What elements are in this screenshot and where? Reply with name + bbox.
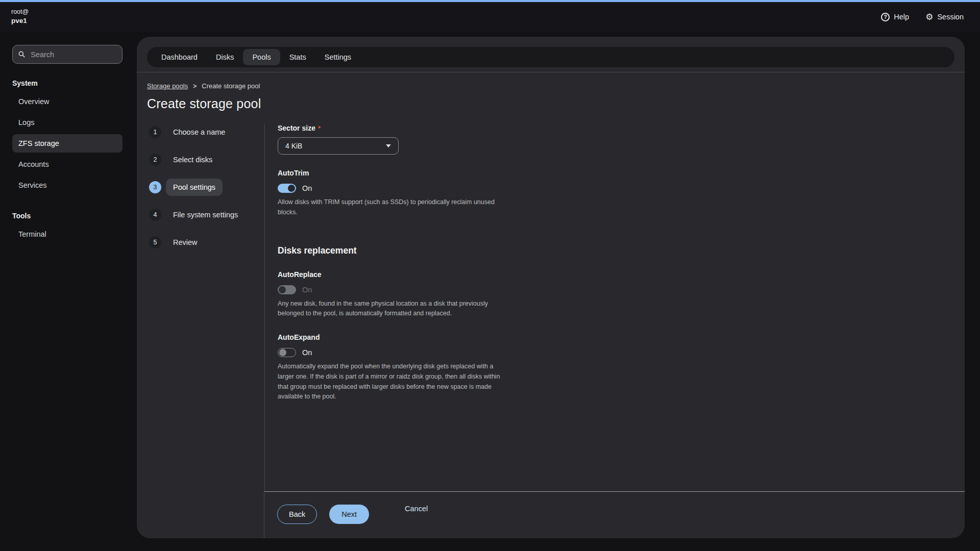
disks-replacement-heading: Disks replacement bbox=[278, 245, 965, 256]
help-label: Help bbox=[894, 13, 909, 21]
search-box[interactable] bbox=[12, 45, 122, 64]
autotrim-description: Allow disks with TRIM support (such as S… bbox=[278, 197, 510, 218]
breadcrumb-current: Create storage pool bbox=[202, 82, 260, 90]
sidebar-item-terminal[interactable]: Terminal bbox=[12, 225, 122, 243]
autotrim-state-label: On bbox=[302, 184, 312, 192]
session-menu[interactable]: ⚙ Session bbox=[925, 13, 964, 21]
autoreplace-state-label: On bbox=[302, 286, 312, 294]
tab-stats[interactable]: Stats bbox=[280, 49, 315, 65]
step-number-badge: 4 bbox=[149, 209, 161, 221]
step-label: Choose a name bbox=[166, 123, 232, 141]
sector-size-label: Sector size bbox=[278, 124, 315, 132]
search-icon bbox=[18, 51, 25, 58]
topbar: root@ pve1 ? Help ⚙ Session bbox=[0, 2, 980, 32]
breadcrumb-link-storage-pools[interactable]: Storage pools bbox=[147, 82, 188, 90]
wizard-content: 1 Choose a name 2 Select disks 3 Pool se… bbox=[137, 123, 965, 491]
footer-spacer bbox=[137, 491, 264, 538]
autoreplace-group: AutoReplace On Any new disk, found in th… bbox=[278, 270, 965, 319]
circle-question-icon: ? bbox=[881, 13, 890, 21]
help-menu[interactable]: ? Help bbox=[881, 13, 909, 21]
sector-size-select[interactable]: 4 KiB bbox=[278, 137, 399, 155]
step-number-badge: 3 bbox=[149, 181, 161, 193]
main-panel: Dashboard Disks Pools Stats Settings Sto… bbox=[137, 37, 965, 538]
session-label: Session bbox=[937, 13, 964, 21]
sidebar-item-logs[interactable]: Logs bbox=[12, 113, 122, 132]
wizard-step-choose-name[interactable]: 1 Choose a name bbox=[149, 123, 264, 141]
wizard-footer-row: Back Next Cancel bbox=[137, 491, 965, 538]
step-number-badge: 5 bbox=[149, 236, 161, 248]
autoreplace-label: AutoReplace bbox=[278, 270, 965, 279]
sidebar-item-zfs-storage[interactable]: ZFS storage bbox=[12, 134, 122, 153]
toggle-knob bbox=[279, 349, 286, 356]
autoreplace-description: Any new disk, found in the same physical… bbox=[278, 299, 510, 319]
step-label: Pool settings bbox=[166, 179, 223, 196]
sidebar: System Overview Logs ZFS storage Account… bbox=[0, 32, 137, 551]
breadcrumb: Storage pools > Create storage pool bbox=[147, 82, 954, 90]
sidebar-item-accounts[interactable]: Accounts bbox=[12, 155, 122, 173]
search-input[interactable] bbox=[30, 50, 116, 59]
gear-icon: ⚙ bbox=[925, 13, 933, 21]
tab-disks[interactable]: Disks bbox=[207, 49, 243, 65]
required-marker: * bbox=[318, 124, 321, 132]
wizard-step-pool-settings[interactable]: 3 Pool settings bbox=[149, 179, 264, 196]
layout: System Overview Logs ZFS storage Account… bbox=[0, 32, 980, 551]
sidebar-section-system: System Overview Logs ZFS storage Account… bbox=[0, 79, 137, 194]
autotrim-label: AutoTrim bbox=[278, 169, 965, 177]
step-label: File system settings bbox=[166, 206, 245, 223]
toggle-knob bbox=[288, 185, 295, 192]
main-area: Dashboard Disks Pools Stats Settings Sto… bbox=[137, 32, 980, 551]
autoexpand-label: AutoExpand bbox=[278, 333, 965, 341]
sidebar-section-title: Tools bbox=[0, 212, 137, 220]
tab-dashboard[interactable]: Dashboard bbox=[152, 49, 207, 65]
sidebar-section-tools: Tools Terminal bbox=[0, 212, 137, 243]
step-number-badge: 1 bbox=[149, 126, 161, 138]
autoexpand-group: AutoExpand On Automatically expand the p… bbox=[278, 333, 965, 402]
wizard-step-file-system-settings[interactable]: 4 File system settings bbox=[149, 206, 264, 223]
topbar-hostname: pve1 bbox=[11, 16, 29, 26]
tabs-row: Dashboard Disks Pools Stats Settings bbox=[137, 37, 965, 72]
sector-size-value: 4 KiB bbox=[285, 142, 302, 150]
tab-settings[interactable]: Settings bbox=[315, 49, 360, 65]
topbar-username: root@ bbox=[11, 8, 29, 17]
step-label: Review bbox=[166, 234, 205, 251]
sector-size-group: Sector size* 4 KiB bbox=[278, 123, 965, 155]
step-label: Select disks bbox=[166, 151, 219, 168]
page-title: Create storage pool bbox=[147, 96, 954, 111]
step-number-badge: 2 bbox=[149, 154, 161, 166]
autoreplace-toggle[interactable] bbox=[278, 285, 296, 294]
wizard-form: Sector size* 4 KiB AutoTrim On Allow dis… bbox=[265, 123, 965, 491]
wizard-steps: 1 Choose a name 2 Select disks 3 Pool se… bbox=[137, 123, 265, 491]
autoexpand-state-label: On bbox=[302, 348, 312, 357]
wizard-footer: Back Next Cancel bbox=[264, 491, 965, 538]
wizard-step-select-disks[interactable]: 2 Select disks bbox=[149, 151, 264, 168]
tab-bar: Dashboard Disks Pools Stats Settings bbox=[147, 47, 954, 67]
sidebar-section-title: System bbox=[0, 79, 137, 87]
autotrim-group: AutoTrim On Allow disks with TRIM suppor… bbox=[278, 169, 965, 218]
back-button[interactable]: Back bbox=[277, 505, 317, 524]
sidebar-item-overview[interactable]: Overview bbox=[12, 92, 122, 111]
host-info[interactable]: root@ pve1 bbox=[11, 8, 29, 26]
autoexpand-toggle[interactable] bbox=[278, 348, 296, 357]
wizard-step-review[interactable]: 5 Review bbox=[149, 234, 264, 251]
autoexpand-description: Automatically expand the pool when the u… bbox=[278, 362, 510, 402]
topbar-actions: ? Help ⚙ Session bbox=[881, 13, 964, 21]
tab-pools[interactable]: Pools bbox=[243, 49, 280, 65]
cancel-button[interactable]: Cancel bbox=[403, 505, 430, 513]
next-button[interactable]: Next bbox=[329, 505, 369, 524]
chevron-right-icon: > bbox=[193, 83, 197, 90]
toggle-knob bbox=[279, 286, 286, 293]
autotrim-toggle[interactable] bbox=[278, 184, 296, 193]
sidebar-item-services[interactable]: Services bbox=[12, 176, 122, 194]
caret-down-icon bbox=[386, 144, 391, 147]
